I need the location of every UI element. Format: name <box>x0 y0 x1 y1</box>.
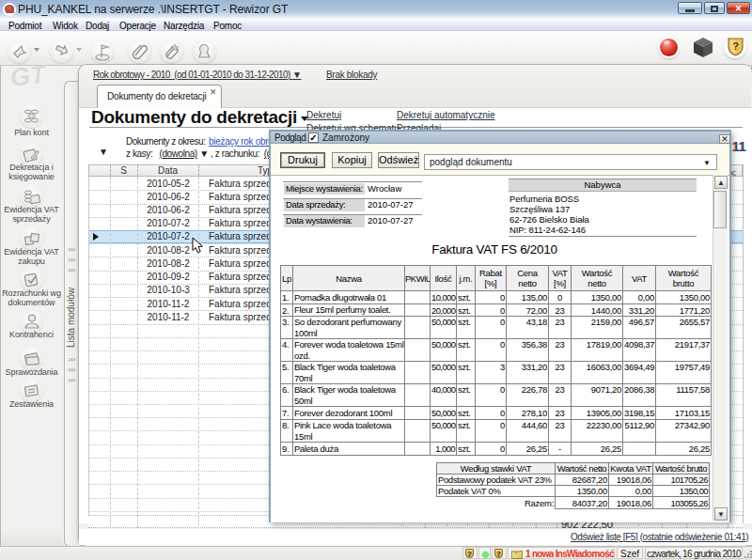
svg-text:?: ? <box>732 40 739 52</box>
